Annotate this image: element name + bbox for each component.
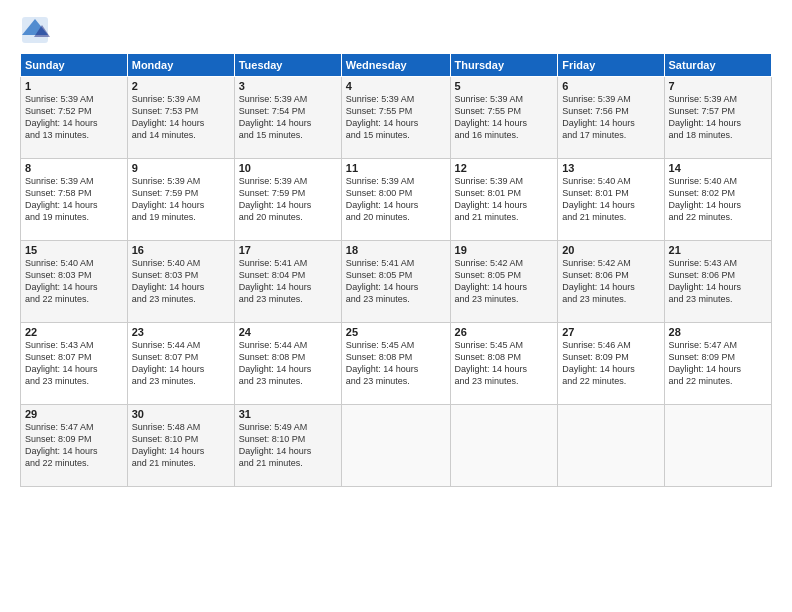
day-cell: 29Sunrise: 5:47 AM Sunset: 8:09 PM Dayli… [21,405,128,487]
day-info: Sunrise: 5:42 AM Sunset: 8:05 PM Dayligh… [455,257,554,306]
day-number: 2 [132,80,230,92]
day-number: 27 [562,326,659,338]
day-number: 17 [239,244,337,256]
day-cell: 14Sunrise: 5:40 AM Sunset: 8:02 PM Dayli… [664,159,771,241]
day-info: Sunrise: 5:40 AM Sunset: 8:01 PM Dayligh… [562,175,659,224]
day-info: Sunrise: 5:39 AM Sunset: 7:53 PM Dayligh… [132,93,230,142]
day-cell: 30Sunrise: 5:48 AM Sunset: 8:10 PM Dayli… [127,405,234,487]
header-day-saturday: Saturday [664,54,771,77]
day-number: 29 [25,408,123,420]
day-cell: 28Sunrise: 5:47 AM Sunset: 8:09 PM Dayli… [664,323,771,405]
day-cell: 4Sunrise: 5:39 AM Sunset: 7:55 PM Daylig… [341,77,450,159]
day-info: Sunrise: 5:39 AM Sunset: 7:57 PM Dayligh… [669,93,767,142]
week-row-1: 1Sunrise: 5:39 AM Sunset: 7:52 PM Daylig… [21,77,772,159]
day-cell: 21Sunrise: 5:43 AM Sunset: 8:06 PM Dayli… [664,241,771,323]
day-number: 16 [132,244,230,256]
day-info: Sunrise: 5:39 AM Sunset: 7:59 PM Dayligh… [239,175,337,224]
day-number: 12 [455,162,554,174]
calendar-page: SundayMondayTuesdayWednesdayThursdayFrid… [0,0,792,612]
day-info: Sunrise: 5:39 AM Sunset: 8:01 PM Dayligh… [455,175,554,224]
day-info: Sunrise: 5:40 AM Sunset: 8:03 PM Dayligh… [132,257,230,306]
day-number: 21 [669,244,767,256]
day-number: 25 [346,326,446,338]
day-cell: 11Sunrise: 5:39 AM Sunset: 8:00 PM Dayli… [341,159,450,241]
day-info: Sunrise: 5:39 AM Sunset: 7:59 PM Dayligh… [132,175,230,224]
day-info: Sunrise: 5:41 AM Sunset: 8:04 PM Dayligh… [239,257,337,306]
header [20,15,772,45]
day-cell [558,405,664,487]
day-number: 26 [455,326,554,338]
day-info: Sunrise: 5:45 AM Sunset: 8:08 PM Dayligh… [346,339,446,388]
day-cell: 26Sunrise: 5:45 AM Sunset: 8:08 PM Dayli… [450,323,558,405]
day-number: 8 [25,162,123,174]
week-row-2: 8Sunrise: 5:39 AM Sunset: 7:58 PM Daylig… [21,159,772,241]
day-number: 24 [239,326,337,338]
day-info: Sunrise: 5:46 AM Sunset: 8:09 PM Dayligh… [562,339,659,388]
day-cell [450,405,558,487]
day-cell: 13Sunrise: 5:40 AM Sunset: 8:01 PM Dayli… [558,159,664,241]
day-number: 13 [562,162,659,174]
day-cell: 16Sunrise: 5:40 AM Sunset: 8:03 PM Dayli… [127,241,234,323]
day-cell: 15Sunrise: 5:40 AM Sunset: 8:03 PM Dayli… [21,241,128,323]
header-day-wednesday: Wednesday [341,54,450,77]
header-day-thursday: Thursday [450,54,558,77]
day-cell: 10Sunrise: 5:39 AM Sunset: 7:59 PM Dayli… [234,159,341,241]
day-cell: 18Sunrise: 5:41 AM Sunset: 8:05 PM Dayli… [341,241,450,323]
day-number: 22 [25,326,123,338]
day-info: Sunrise: 5:41 AM Sunset: 8:05 PM Dayligh… [346,257,446,306]
day-cell [341,405,450,487]
day-info: Sunrise: 5:39 AM Sunset: 7:54 PM Dayligh… [239,93,337,142]
day-number: 19 [455,244,554,256]
day-cell: 17Sunrise: 5:41 AM Sunset: 8:04 PM Dayli… [234,241,341,323]
day-cell: 6Sunrise: 5:39 AM Sunset: 7:56 PM Daylig… [558,77,664,159]
week-row-3: 15Sunrise: 5:40 AM Sunset: 8:03 PM Dayli… [21,241,772,323]
day-info: Sunrise: 5:47 AM Sunset: 8:09 PM Dayligh… [669,339,767,388]
day-info: Sunrise: 5:39 AM Sunset: 8:00 PM Dayligh… [346,175,446,224]
day-cell: 2Sunrise: 5:39 AM Sunset: 7:53 PM Daylig… [127,77,234,159]
header-row: SundayMondayTuesdayWednesdayThursdayFrid… [21,54,772,77]
day-number: 31 [239,408,337,420]
day-info: Sunrise: 5:39 AM Sunset: 7:58 PM Dayligh… [25,175,123,224]
calendar-table: SundayMondayTuesdayWednesdayThursdayFrid… [20,53,772,487]
day-number: 10 [239,162,337,174]
day-info: Sunrise: 5:43 AM Sunset: 8:06 PM Dayligh… [669,257,767,306]
day-info: Sunrise: 5:44 AM Sunset: 8:08 PM Dayligh… [239,339,337,388]
day-number: 9 [132,162,230,174]
day-number: 23 [132,326,230,338]
day-info: Sunrise: 5:39 AM Sunset: 7:55 PM Dayligh… [346,93,446,142]
week-row-4: 22Sunrise: 5:43 AM Sunset: 8:07 PM Dayli… [21,323,772,405]
logo-icon [20,15,50,45]
day-number: 28 [669,326,767,338]
day-cell: 8Sunrise: 5:39 AM Sunset: 7:58 PM Daylig… [21,159,128,241]
header-day-monday: Monday [127,54,234,77]
day-number: 3 [239,80,337,92]
day-number: 20 [562,244,659,256]
header-day-sunday: Sunday [21,54,128,77]
day-info: Sunrise: 5:39 AM Sunset: 7:56 PM Dayligh… [562,93,659,142]
day-info: Sunrise: 5:43 AM Sunset: 8:07 PM Dayligh… [25,339,123,388]
day-cell: 1Sunrise: 5:39 AM Sunset: 7:52 PM Daylig… [21,77,128,159]
logo [20,15,54,45]
day-info: Sunrise: 5:47 AM Sunset: 8:09 PM Dayligh… [25,421,123,470]
calendar-header: SundayMondayTuesdayWednesdayThursdayFrid… [21,54,772,77]
week-row-5: 29Sunrise: 5:47 AM Sunset: 8:09 PM Dayli… [21,405,772,487]
header-day-tuesday: Tuesday [234,54,341,77]
day-info: Sunrise: 5:48 AM Sunset: 8:10 PM Dayligh… [132,421,230,470]
day-info: Sunrise: 5:49 AM Sunset: 8:10 PM Dayligh… [239,421,337,470]
day-number: 6 [562,80,659,92]
day-cell: 23Sunrise: 5:44 AM Sunset: 8:07 PM Dayli… [127,323,234,405]
day-number: 30 [132,408,230,420]
day-cell: 25Sunrise: 5:45 AM Sunset: 8:08 PM Dayli… [341,323,450,405]
day-cell: 19Sunrise: 5:42 AM Sunset: 8:05 PM Dayli… [450,241,558,323]
day-number: 7 [669,80,767,92]
day-number: 1 [25,80,123,92]
header-day-friday: Friday [558,54,664,77]
day-cell: 5Sunrise: 5:39 AM Sunset: 7:55 PM Daylig… [450,77,558,159]
day-number: 14 [669,162,767,174]
day-info: Sunrise: 5:42 AM Sunset: 8:06 PM Dayligh… [562,257,659,306]
day-number: 18 [346,244,446,256]
day-cell: 12Sunrise: 5:39 AM Sunset: 8:01 PM Dayli… [450,159,558,241]
day-number: 4 [346,80,446,92]
day-cell: 7Sunrise: 5:39 AM Sunset: 7:57 PM Daylig… [664,77,771,159]
day-info: Sunrise: 5:39 AM Sunset: 7:55 PM Dayligh… [455,93,554,142]
